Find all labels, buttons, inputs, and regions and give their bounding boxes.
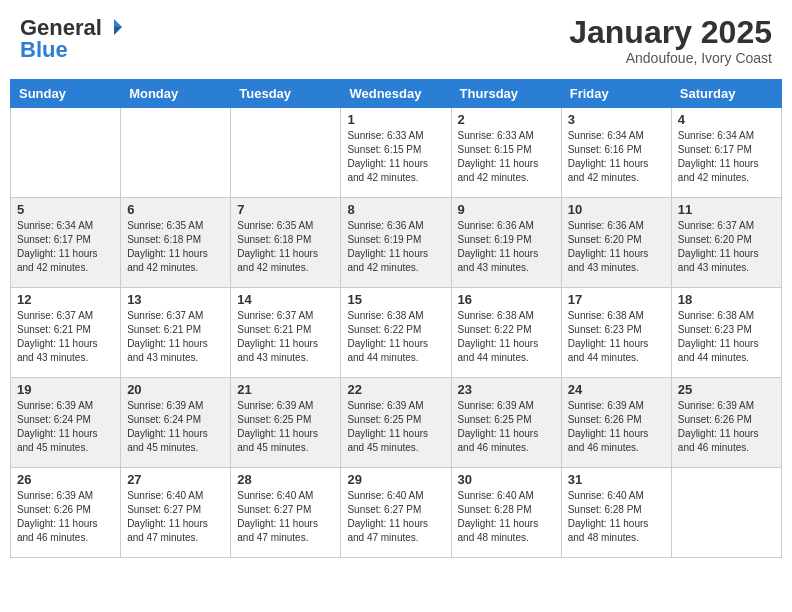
day-number: 10 — [568, 202, 665, 217]
day-info: Sunrise: 6:40 AM Sunset: 6:27 PM Dayligh… — [127, 489, 224, 545]
day-info: Sunrise: 6:38 AM Sunset: 6:23 PM Dayligh… — [678, 309, 775, 365]
calendar-cell: 24Sunrise: 6:39 AM Sunset: 6:26 PM Dayli… — [561, 378, 671, 468]
day-info: Sunrise: 6:40 AM Sunset: 6:27 PM Dayligh… — [237, 489, 334, 545]
calendar-cell — [11, 108, 121, 198]
day-info: Sunrise: 6:40 AM Sunset: 6:28 PM Dayligh… — [568, 489, 665, 545]
day-number: 26 — [17, 472, 114, 487]
day-number: 18 — [678, 292, 775, 307]
week-row-1: 1Sunrise: 6:33 AM Sunset: 6:15 PM Daylig… — [11, 108, 782, 198]
day-number: 22 — [347, 382, 444, 397]
day-number: 3 — [568, 112, 665, 127]
day-info: Sunrise: 6:39 AM Sunset: 6:24 PM Dayligh… — [127, 399, 224, 455]
day-info: Sunrise: 6:35 AM Sunset: 6:18 PM Dayligh… — [127, 219, 224, 275]
header-saturday: Saturday — [671, 80, 781, 108]
day-info: Sunrise: 6:37 AM Sunset: 6:21 PM Dayligh… — [237, 309, 334, 365]
calendar-cell — [121, 108, 231, 198]
day-number: 13 — [127, 292, 224, 307]
day-info: Sunrise: 6:34 AM Sunset: 6:17 PM Dayligh… — [678, 129, 775, 185]
header-thursday: Thursday — [451, 80, 561, 108]
day-info: Sunrise: 6:39 AM Sunset: 6:25 PM Dayligh… — [458, 399, 555, 455]
day-number: 5 — [17, 202, 114, 217]
day-info: Sunrise: 6:37 AM Sunset: 6:21 PM Dayligh… — [17, 309, 114, 365]
calendar-cell: 13Sunrise: 6:37 AM Sunset: 6:21 PM Dayli… — [121, 288, 231, 378]
day-number: 21 — [237, 382, 334, 397]
day-number: 7 — [237, 202, 334, 217]
header-monday: Monday — [121, 80, 231, 108]
day-info: Sunrise: 6:37 AM Sunset: 6:21 PM Dayligh… — [127, 309, 224, 365]
svg-marker-0 — [114, 19, 122, 27]
day-number: 27 — [127, 472, 224, 487]
header-wednesday: Wednesday — [341, 80, 451, 108]
page-header: General Blue January 2025 Andoufoue, Ivo… — [10, 10, 782, 71]
day-number: 29 — [347, 472, 444, 487]
calendar-cell: 12Sunrise: 6:37 AM Sunset: 6:21 PM Dayli… — [11, 288, 121, 378]
calendar-cell: 16Sunrise: 6:38 AM Sunset: 6:22 PM Dayli… — [451, 288, 561, 378]
day-number: 24 — [568, 382, 665, 397]
day-number: 4 — [678, 112, 775, 127]
day-info: Sunrise: 6:36 AM Sunset: 6:19 PM Dayligh… — [347, 219, 444, 275]
calendar-cell: 15Sunrise: 6:38 AM Sunset: 6:22 PM Dayli… — [341, 288, 451, 378]
calendar-cell: 18Sunrise: 6:38 AM Sunset: 6:23 PM Dayli… — [671, 288, 781, 378]
calendar-cell: 29Sunrise: 6:40 AM Sunset: 6:27 PM Dayli… — [341, 468, 451, 558]
calendar-cell: 17Sunrise: 6:38 AM Sunset: 6:23 PM Dayli… — [561, 288, 671, 378]
logo: General Blue — [20, 15, 124, 63]
day-number: 28 — [237, 472, 334, 487]
calendar-cell: 8Sunrise: 6:36 AM Sunset: 6:19 PM Daylig… — [341, 198, 451, 288]
calendar-cell: 7Sunrise: 6:35 AM Sunset: 6:18 PM Daylig… — [231, 198, 341, 288]
calendar-cell: 9Sunrise: 6:36 AM Sunset: 6:19 PM Daylig… — [451, 198, 561, 288]
calendar-cell: 11Sunrise: 6:37 AM Sunset: 6:20 PM Dayli… — [671, 198, 781, 288]
header-tuesday: Tuesday — [231, 80, 341, 108]
day-number: 30 — [458, 472, 555, 487]
calendar-cell: 23Sunrise: 6:39 AM Sunset: 6:25 PM Dayli… — [451, 378, 561, 468]
day-info: Sunrise: 6:39 AM Sunset: 6:26 PM Dayligh… — [568, 399, 665, 455]
day-number: 6 — [127, 202, 224, 217]
day-info: Sunrise: 6:39 AM Sunset: 6:26 PM Dayligh… — [17, 489, 114, 545]
day-info: Sunrise: 6:35 AM Sunset: 6:18 PM Dayligh… — [237, 219, 334, 275]
calendar-table: SundayMondayTuesdayWednesdayThursdayFrid… — [10, 79, 782, 558]
day-number: 31 — [568, 472, 665, 487]
day-info: Sunrise: 6:37 AM Sunset: 6:20 PM Dayligh… — [678, 219, 775, 275]
day-info: Sunrise: 6:38 AM Sunset: 6:22 PM Dayligh… — [347, 309, 444, 365]
calendar-cell: 31Sunrise: 6:40 AM Sunset: 6:28 PM Dayli… — [561, 468, 671, 558]
header-sunday: Sunday — [11, 80, 121, 108]
calendar-cell: 27Sunrise: 6:40 AM Sunset: 6:27 PM Dayli… — [121, 468, 231, 558]
day-info: Sunrise: 6:39 AM Sunset: 6:24 PM Dayligh… — [17, 399, 114, 455]
week-row-2: 5Sunrise: 6:34 AM Sunset: 6:17 PM Daylig… — [11, 198, 782, 288]
day-info: Sunrise: 6:40 AM Sunset: 6:27 PM Dayligh… — [347, 489, 444, 545]
calendar-cell: 26Sunrise: 6:39 AM Sunset: 6:26 PM Dayli… — [11, 468, 121, 558]
day-number: 20 — [127, 382, 224, 397]
day-info: Sunrise: 6:34 AM Sunset: 6:17 PM Dayligh… — [17, 219, 114, 275]
day-number: 11 — [678, 202, 775, 217]
day-info: Sunrise: 6:34 AM Sunset: 6:16 PM Dayligh… — [568, 129, 665, 185]
day-info: Sunrise: 6:40 AM Sunset: 6:28 PM Dayligh… — [458, 489, 555, 545]
day-info: Sunrise: 6:39 AM Sunset: 6:26 PM Dayligh… — [678, 399, 775, 455]
day-number: 2 — [458, 112, 555, 127]
day-number: 15 — [347, 292, 444, 307]
calendar-cell: 21Sunrise: 6:39 AM Sunset: 6:25 PM Dayli… — [231, 378, 341, 468]
day-number: 25 — [678, 382, 775, 397]
day-info: Sunrise: 6:33 AM Sunset: 6:15 PM Dayligh… — [458, 129, 555, 185]
month-title: January 2025 — [569, 15, 772, 50]
day-info: Sunrise: 6:36 AM Sunset: 6:19 PM Dayligh… — [458, 219, 555, 275]
calendar-cell: 25Sunrise: 6:39 AM Sunset: 6:26 PM Dayli… — [671, 378, 781, 468]
header-friday: Friday — [561, 80, 671, 108]
day-info: Sunrise: 6:38 AM Sunset: 6:22 PM Dayligh… — [458, 309, 555, 365]
day-number: 14 — [237, 292, 334, 307]
day-number: 23 — [458, 382, 555, 397]
calendar-cell: 3Sunrise: 6:34 AM Sunset: 6:16 PM Daylig… — [561, 108, 671, 198]
calendar-cell: 22Sunrise: 6:39 AM Sunset: 6:25 PM Dayli… — [341, 378, 451, 468]
day-number: 17 — [568, 292, 665, 307]
week-row-5: 26Sunrise: 6:39 AM Sunset: 6:26 PM Dayli… — [11, 468, 782, 558]
day-info: Sunrise: 6:39 AM Sunset: 6:25 PM Dayligh… — [237, 399, 334, 455]
calendar-cell: 30Sunrise: 6:40 AM Sunset: 6:28 PM Dayli… — [451, 468, 561, 558]
calendar-cell: 20Sunrise: 6:39 AM Sunset: 6:24 PM Dayli… — [121, 378, 231, 468]
day-number: 8 — [347, 202, 444, 217]
day-info: Sunrise: 6:39 AM Sunset: 6:25 PM Dayligh… — [347, 399, 444, 455]
day-info: Sunrise: 6:38 AM Sunset: 6:23 PM Dayligh… — [568, 309, 665, 365]
day-number: 12 — [17, 292, 114, 307]
calendar-cell: 19Sunrise: 6:39 AM Sunset: 6:24 PM Dayli… — [11, 378, 121, 468]
calendar-cell — [671, 468, 781, 558]
title-section: January 2025 Andoufoue, Ivory Coast — [569, 15, 772, 66]
calendar-cell — [231, 108, 341, 198]
calendar-cell: 14Sunrise: 6:37 AM Sunset: 6:21 PM Dayli… — [231, 288, 341, 378]
